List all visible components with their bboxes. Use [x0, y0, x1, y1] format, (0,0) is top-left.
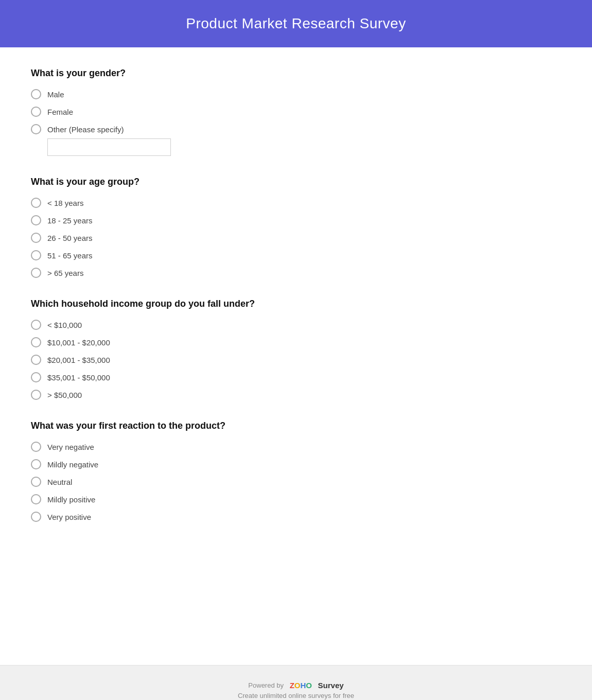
question-age-title: What is your age group? [31, 177, 561, 187]
radio-very-negative[interactable] [31, 442, 41, 452]
list-item[interactable]: 51 - 65 years [31, 250, 561, 260]
radio-neutral[interactable] [31, 477, 41, 487]
footer-tagline: Create unlimited online surveys for free [10, 692, 582, 699]
zoho-letter-h: H [300, 681, 306, 690]
list-item[interactable]: < $10,000 [31, 320, 561, 330]
radio-mildly-negative[interactable] [31, 459, 41, 469]
list-item[interactable]: $20,001 - $35,000 [31, 355, 561, 365]
question-income-title: Which household income group do you fall… [31, 299, 561, 309]
option-income-over50k-label: > $50,000 [47, 391, 82, 399]
question-reaction: What was your first reaction to the prod… [31, 421, 561, 522]
list-item[interactable]: Mildly positive [31, 494, 561, 504]
radio-mildly-positive[interactable] [31, 494, 41, 504]
radio-age-51-65[interactable] [31, 250, 41, 260]
option-mildly-positive-label: Mildly positive [47, 495, 95, 504]
radio-income-over50k[interactable] [31, 390, 41, 400]
question-gender-title: What is your gender? [31, 68, 561, 79]
option-neutral-label: Neutral [47, 478, 72, 486]
footer-powered-by: Powered by ZOHO Survey [10, 681, 582, 690]
zoho-logo: ZOHO [290, 681, 312, 690]
list-item[interactable]: 26 - 50 years [31, 233, 561, 243]
zoho-letter-z: Z [290, 681, 294, 690]
list-item[interactable]: > 65 years [31, 268, 561, 278]
radio-age-under18[interactable] [31, 198, 41, 208]
list-item[interactable]: $10,001 - $20,000 [31, 337, 561, 347]
gender-options-list: Male Female Other (Please specify) [31, 89, 561, 134]
radio-male[interactable] [31, 89, 41, 99]
radio-age-18-25[interactable] [31, 215, 41, 225]
radio-female[interactable] [31, 107, 41, 117]
option-female-label: Female [47, 108, 73, 116]
survey-label: Survey [318, 681, 344, 690]
question-reaction-title: What was your first reaction to the prod… [31, 421, 561, 431]
list-item[interactable]: Male [31, 89, 561, 99]
radio-income-20-35k[interactable] [31, 355, 41, 365]
option-income-10-20k-label: $10,001 - $20,000 [47, 338, 110, 347]
list-item[interactable]: Mildly negative [31, 459, 561, 469]
option-income-under10k-label: < $10,000 [47, 321, 82, 329]
option-mildly-negative-label: Mildly negative [47, 460, 98, 469]
zoho-letter-o1: O [294, 681, 301, 690]
option-very-negative-label: Very negative [47, 443, 94, 451]
other-specify-container [47, 138, 561, 156]
page-header: Product Market Research Survey [0, 0, 592, 47]
list-item[interactable]: Neutral [31, 477, 561, 487]
option-age-51-65-label: 51 - 65 years [47, 251, 93, 260]
option-age-over65-label: > 65 years [47, 269, 83, 277]
list-item[interactable]: Other (Please specify) [31, 124, 561, 134]
radio-income-under10k[interactable] [31, 320, 41, 330]
option-very-positive-label: Very positive [47, 513, 91, 521]
list-item[interactable]: 18 - 25 years [31, 215, 561, 225]
reaction-options-list: Very negative Mildly negative Neutral Mi… [31, 442, 561, 522]
option-age-18-25-label: 18 - 25 years [47, 216, 93, 225]
radio-income-35-50k[interactable] [31, 372, 41, 382]
list-item[interactable]: Female [31, 107, 561, 117]
list-item[interactable]: $35,001 - $50,000 [31, 372, 561, 382]
question-gender: What is your gender? Male Female Other (… [31, 68, 561, 156]
list-item[interactable]: Very negative [31, 442, 561, 452]
age-options-list: < 18 years 18 - 25 years 26 - 50 years 5… [31, 198, 561, 278]
radio-age-over65[interactable] [31, 268, 41, 278]
option-age-26-50-label: 26 - 50 years [47, 234, 93, 242]
radio-other[interactable] [31, 124, 41, 134]
other-specify-input[interactable] [47, 138, 171, 156]
powered-by-text: Powered by [248, 681, 284, 689]
radio-age-26-50[interactable] [31, 233, 41, 243]
option-age-under18-label: < 18 years [47, 199, 83, 207]
income-options-list: < $10,000 $10,001 - $20,000 $20,001 - $3… [31, 320, 561, 400]
survey-title: Product Market Research Survey [10, 15, 582, 32]
page-footer: Powered by ZOHO Survey Create unlimited … [0, 665, 592, 700]
list-item[interactable]: < 18 years [31, 198, 561, 208]
question-age: What is your age group? < 18 years 18 - … [31, 177, 561, 278]
option-other-label: Other (Please specify) [47, 125, 124, 134]
option-income-35-50k-label: $35,001 - $50,000 [47, 373, 110, 382]
radio-very-positive[interactable] [31, 512, 41, 522]
list-item[interactable]: Very positive [31, 512, 561, 522]
list-item[interactable]: > $50,000 [31, 390, 561, 400]
option-income-20-35k-label: $20,001 - $35,000 [47, 356, 110, 364]
zoho-letter-o2: O [306, 681, 312, 690]
option-male-label: Male [47, 90, 64, 99]
main-content: What is your gender? Male Female Other (… [0, 47, 592, 665]
radio-income-10-20k[interactable] [31, 337, 41, 347]
question-income: Which household income group do you fall… [31, 299, 561, 400]
